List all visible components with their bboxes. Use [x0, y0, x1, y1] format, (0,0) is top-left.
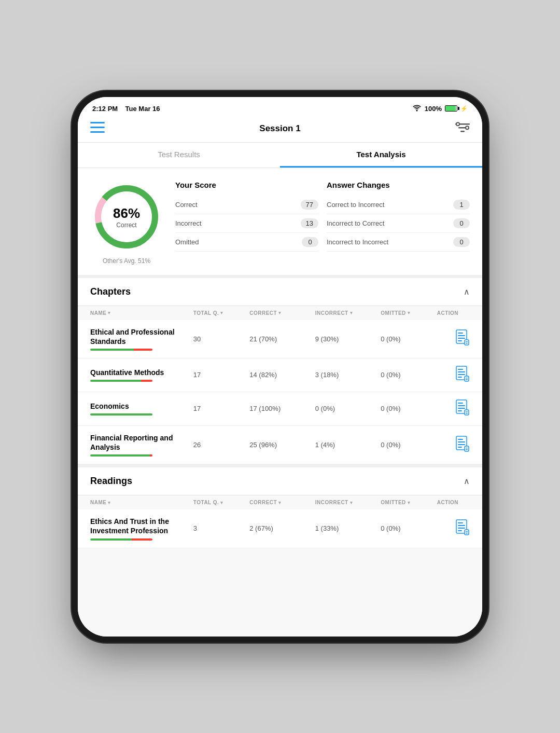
readings-th-omitted[interactable]: OMITTED ▾ — [381, 500, 437, 505]
score-label-c2i: Correct to Incorrect — [327, 201, 384, 209]
svg-rect-41 — [466, 448, 468, 449]
svg-rect-44 — [458, 522, 463, 523]
row-incorrect: 3 (18%) — [315, 371, 381, 379]
row-action — [437, 519, 470, 538]
filter-button[interactable] — [455, 121, 470, 136]
row-name-text: Quantitative Methods — [90, 368, 193, 377]
svg-rect-45 — [458, 525, 465, 526]
wifi-icon — [412, 104, 422, 113]
svg-rect-33 — [466, 411, 468, 412]
svg-rect-17 — [466, 341, 468, 342]
readings-th-incorrect[interactable]: INCORRECT ▾ — [315, 500, 381, 505]
th-correct[interactable]: CORRECT ▾ — [249, 310, 315, 316]
incorrect-sort-icon: ▾ — [350, 310, 353, 315]
action-doc-icon[interactable] — [455, 399, 470, 418]
row-name-cell: Economics — [90, 402, 193, 416]
row-correct: 17 (100%) — [249, 405, 315, 412]
readings-incorrect-sort-icon: ▾ — [350, 500, 353, 505]
score-row-correct: Correct 77 — [175, 196, 318, 214]
action-doc-icon[interactable] — [455, 329, 470, 348]
row-action — [437, 399, 470, 418]
svg-rect-49 — [466, 531, 468, 532]
svg-rect-18 — [466, 343, 468, 344]
readings-th-correct[interactable]: CORRECT ▾ — [249, 500, 315, 505]
svg-rect-14 — [458, 338, 465, 339]
chapters-rows: Ethical and Professional Standards 30 21… — [78, 320, 482, 465]
progress-bar — [90, 454, 152, 457]
readings-th-total[interactable]: TOTAL Q. ▾ — [193, 500, 249, 505]
svg-rect-36 — [458, 439, 463, 440]
row-correct: 25 (96%) — [249, 441, 315, 449]
row-name-cell: Ethical and Professional Standards — [90, 327, 193, 351]
svg-rect-39 — [458, 447, 462, 448]
th-action: ACTION — [437, 310, 470, 316]
row-incorrect: 1 (4%) — [315, 441, 381, 449]
svg-rect-2 — [90, 131, 105, 133]
score-value-correct: 77 — [301, 200, 318, 210]
action-doc-icon[interactable] — [455, 519, 470, 538]
tab-test-results[interactable]: Test Results — [78, 143, 280, 168]
svg-rect-1 — [90, 127, 105, 128]
score-row-omitted: Omitted 0 — [175, 233, 318, 252]
action-doc-icon[interactable] — [455, 366, 470, 384]
svg-point-6 — [456, 122, 459, 126]
incorrect-bar — [150, 454, 152, 457]
th-name[interactable]: NAME ▾ — [90, 310, 193, 316]
score-row-i2c: Incorrect to Correct 0 — [327, 214, 470, 233]
row-omitted: 0 (0%) — [381, 371, 437, 379]
th-total[interactable]: TOTAL Q. ▾ — [193, 310, 249, 316]
row-name-text: Economics — [90, 402, 193, 411]
device-frame: 2:12 PM Tue Mar 16 100% ⚡ — [78, 97, 482, 637]
svg-rect-34 — [466, 413, 468, 414]
svg-rect-37 — [458, 441, 465, 442]
row-correct: 21 (70%) — [249, 335, 315, 343]
th-incorrect[interactable]: INCORRECT ▾ — [315, 310, 381, 316]
score-row-incorrect: Incorrect 13 — [175, 214, 318, 233]
row-omitted: 0 (0%) — [381, 441, 437, 449]
svg-rect-16 — [465, 340, 469, 345]
correct-bar — [90, 413, 152, 416]
action-doc-icon[interactable] — [455, 436, 470, 454]
row-total: 3 — [193, 524, 249, 532]
readings-omitted-sort-icon: ▾ — [408, 500, 411, 505]
row-incorrect: 1 (33%) — [315, 524, 381, 532]
correct-bar — [90, 538, 132, 541]
progress-bar — [90, 413, 152, 416]
score-value-omitted: 0 — [302, 237, 318, 247]
incorrect-bar — [132, 538, 152, 541]
svg-rect-50 — [466, 533, 468, 534]
menu-button[interactable] — [90, 122, 105, 135]
svg-rect-20 — [458, 369, 463, 370]
row-name-cell: Financial Reporting and Analysis — [90, 433, 193, 457]
row-name-cell: Ethics And Trust in the Investment Profe… — [90, 517, 193, 540]
readings-rows: Ethics And Trust in the Investment Profe… — [78, 509, 482, 548]
table-row: Economics 17 17 (100%) 0 (0%) 0 (0%) — [78, 392, 482, 426]
readings-name-sort-icon: ▾ — [108, 500, 111, 505]
status-date: Tue Mar 16 — [125, 105, 160, 113]
readings-total-sort-icon: ▾ — [220, 500, 223, 505]
row-action — [437, 329, 470, 348]
svg-rect-22 — [458, 374, 465, 375]
svg-rect-40 — [465, 446, 469, 451]
correct-bar — [90, 349, 134, 351]
readings-correct-sort-icon: ▾ — [278, 500, 282, 505]
donut-chart: 86% Correct — [90, 181, 163, 253]
readings-th-action: ACTION — [437, 500, 470, 505]
donut-label: Correct — [113, 221, 140, 228]
readings-th-name[interactable]: NAME ▾ — [90, 500, 193, 505]
readings-chevron-icon: ∧ — [464, 476, 470, 486]
score-row-c2i: Correct to Incorrect 1 — [327, 196, 470, 214]
tab-test-analysis[interactable]: Test Analysis — [280, 143, 482, 168]
row-total: 26 — [193, 441, 249, 449]
progress-bar — [90, 538, 152, 541]
answer-changes-col: Answer Changes Correct to Incorrect 1 In… — [327, 181, 470, 252]
svg-rect-38 — [458, 444, 465, 445]
svg-rect-13 — [458, 335, 465, 336]
row-total: 17 — [193, 371, 249, 379]
th-omitted[interactable]: OMITTED ▾ — [381, 310, 437, 316]
svg-rect-30 — [458, 408, 465, 409]
row-omitted: 0 (0%) — [381, 405, 437, 412]
chapters-section-header[interactable]: Chapters ∧ — [78, 275, 482, 306]
row-name-text: Financial Reporting and Analysis — [90, 433, 193, 452]
readings-section-header[interactable]: Readings ∧ — [78, 464, 482, 495]
